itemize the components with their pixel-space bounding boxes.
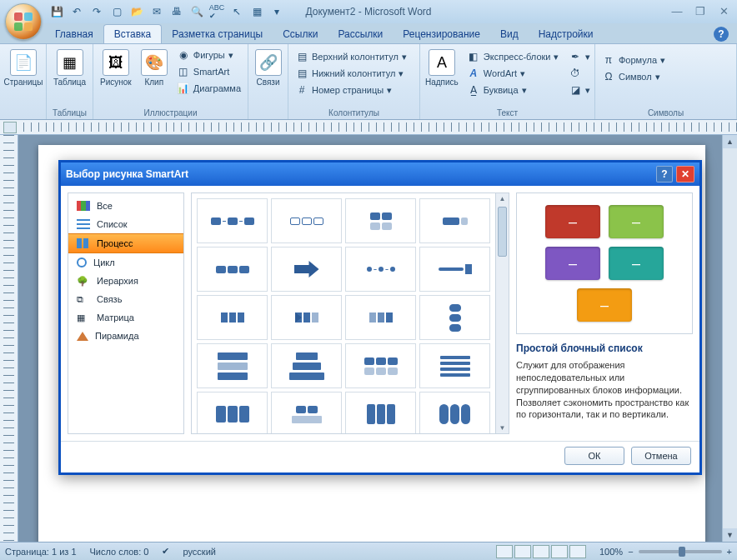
category-list[interactable]: Список — [68, 215, 183, 233]
pagenumber-button[interactable]: #Номер страницы ▾ — [292, 82, 410, 98]
minimize-button[interactable]: — — [669, 3, 685, 18]
textbox-button[interactable]: A Надпись — [424, 46, 460, 90]
layout-thumb[interactable] — [197, 198, 268, 243]
view-web[interactable] — [533, 545, 549, 558]
dialog-help-button[interactable]: ? — [656, 166, 673, 182]
object-button[interactable]: ◪▾ — [565, 82, 594, 98]
layout-thumb[interactable] — [419, 247, 490, 292]
layout-thumb[interactable] — [271, 247, 342, 292]
tab-review[interactable]: Рецензирование — [393, 25, 490, 43]
dialog-close-button[interactable]: ✕ — [676, 166, 694, 182]
tab-addins[interactable]: Надстройки — [529, 25, 604, 43]
footer-button[interactable]: ▤Нижний колонтитул ▾ — [292, 66, 410, 81]
tab-insert[interactable]: Вставка — [103, 24, 163, 43]
zoom-out-button[interactable]: − — [628, 547, 633, 557]
layout-thumb[interactable] — [197, 343, 268, 388]
vertical-ruler[interactable] — [0, 135, 18, 542]
category-all[interactable]: Все — [68, 197, 183, 215]
signature-button[interactable]: ✒▾ — [565, 49, 594, 64]
layout-thumb[interactable] — [419, 392, 490, 434]
layout-thumb[interactable] — [271, 198, 342, 243]
layout-thumb[interactable] — [419, 198, 490, 243]
layout-thumb[interactable] — [345, 198, 416, 243]
tab-mailings[interactable]: Рассылки — [328, 25, 393, 43]
cancel-button[interactable]: Отмена — [631, 447, 691, 465]
tab-pagelayout[interactable]: Разметка страницы — [162, 25, 273, 43]
category-cycle-label: Цикл — [93, 258, 115, 268]
scroll-up-icon[interactable]: ▲ — [723, 135, 737, 148]
redo-icon[interactable]: ↷ — [88, 3, 105, 20]
category-hierarchy[interactable]: 🌳Иерархия — [68, 272, 183, 290]
equation-button[interactable]: πФормула ▾ — [599, 52, 669, 68]
layout-thumb[interactable] — [271, 392, 342, 434]
layout-thumb[interactable] — [419, 343, 490, 388]
layout-thumb[interactable] — [197, 392, 268, 434]
layout-thumb[interactable] — [197, 247, 268, 292]
layout-thumb[interactable] — [197, 295, 268, 340]
table-button[interactable]: ▦ Таблица — [50, 46, 89, 90]
ruler-corner[interactable] — [3, 122, 17, 133]
layout-thumb[interactable] — [271, 295, 342, 340]
wordart-button[interactable]: AWordArt ▾ — [464, 66, 563, 81]
spelling-icon[interactable]: ABC✔ — [208, 3, 225, 20]
ok-button[interactable]: ОК — [564, 447, 624, 465]
layout-thumb[interactable] — [271, 343, 342, 388]
view-reading[interactable] — [514, 545, 531, 558]
category-process[interactable]: Процесс — [68, 233, 183, 253]
scroll-down-icon[interactable]: ▼ — [723, 528, 737, 542]
datetime-button[interactable]: ⏱ — [565, 66, 594, 81]
quickprint-icon[interactable]: 🖶 — [168, 3, 185, 20]
category-pyramid[interactable]: Пирамида — [68, 327, 183, 345]
undo-icon[interactable]: ↶ — [68, 3, 85, 20]
vertical-scrollbar[interactable]: ▲ ▼ — [722, 135, 737, 542]
pages-button[interactable]: 📄 Страницы — [3, 46, 43, 90]
shapes-button[interactable]: ◉Фигуры ▾ — [173, 48, 244, 62]
wordart-icon: A — [467, 67, 480, 80]
category-cycle[interactable]: Цикл — [68, 253, 183, 272]
status-page[interactable]: Страница: 1 из 1 — [5, 547, 77, 557]
dialog-titlebar[interactable]: Выбор рисунка SmartArt ? ✕ — [61, 162, 699, 186]
chart-button[interactable]: 📊Диаграмма — [173, 81, 244, 96]
mail-icon[interactable]: ✉ — [148, 3, 165, 20]
zoom-value[interactable]: 100% — [599, 547, 623, 557]
view-outline[interactable] — [551, 545, 568, 558]
save-icon[interactable]: 💾 — [48, 3, 65, 20]
dropcap-button[interactable]: A̲Буквица ▾ — [464, 82, 563, 98]
table-qat-icon[interactable]: ▦ — [248, 3, 265, 20]
preview-icon[interactable]: 🔍 — [188, 3, 205, 20]
horizontal-ruler[interactable] — [0, 120, 737, 135]
links-button[interactable]: 🔗 Связи — [252, 46, 284, 90]
tab-references[interactable]: Ссылки — [273, 25, 328, 43]
picture-button[interactable]: 🖼 Рисунок — [97, 46, 135, 90]
layout-thumb[interactable] — [345, 295, 416, 340]
qat-customize-icon[interactable]: ▾ — [268, 3, 285, 20]
clip-button[interactable]: 🎨 Клип — [138, 46, 170, 90]
close-button[interactable]: ✕ — [715, 3, 732, 18]
smartart-button[interactable]: ◫SmartArt — [173, 64, 244, 79]
header-button[interactable]: ▤Верхний колонтитул ▾ — [292, 49, 410, 64]
layout-thumb[interactable] — [345, 247, 416, 292]
layout-thumb[interactable] — [419, 295, 490, 340]
view-draft[interactable] — [569, 545, 586, 558]
quickparts-button[interactable]: ◧Экспресс-блоки ▾ — [464, 49, 563, 64]
open-icon[interactable]: 📂 — [128, 3, 145, 20]
pointer-icon[interactable]: ↖ — [228, 3, 245, 20]
category-matrix[interactable]: ▦Матрица — [68, 308, 183, 327]
status-words[interactable]: Число слов: 0 — [90, 547, 149, 557]
help-icon[interactable]: ? — [714, 27, 729, 42]
symbol-button[interactable]: ΩСимвол ▾ — [599, 69, 669, 84]
layout-thumb[interactable] — [345, 343, 416, 388]
maximize-button[interactable]: ❐ — [692, 3, 709, 18]
status-language[interactable]: русский — [183, 547, 215, 557]
layout-thumb[interactable] — [345, 392, 416, 434]
category-relationship[interactable]: ⧉Связь — [68, 290, 183, 308]
gallery-scrollbar[interactable] — [495, 193, 509, 433]
tab-view[interactable]: Вид — [490, 25, 529, 43]
new-icon[interactable]: ▢ — [108, 3, 125, 20]
zoom-in-button[interactable]: + — [727, 547, 732, 557]
zoom-slider[interactable] — [639, 550, 722, 553]
view-print-layout[interactable] — [496, 545, 513, 558]
status-proofing-icon[interactable]: ✔ — [162, 546, 169, 557]
tab-home[interactable]: Главная — [45, 25, 103, 43]
office-button[interactable] — [5, 3, 42, 40]
